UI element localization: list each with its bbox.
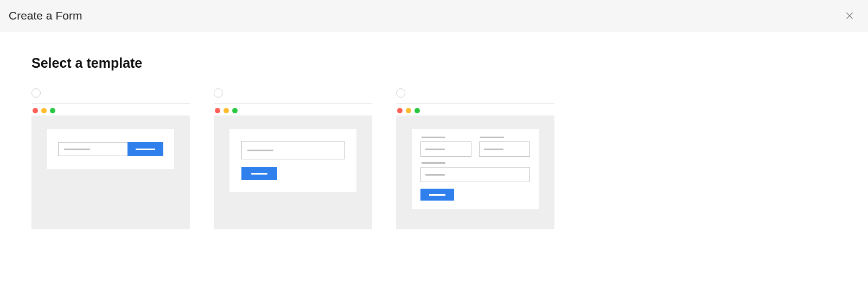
thumbnail-card (47, 129, 174, 169)
template-radio-row (31, 88, 190, 104)
template-option-stacked[interactable] (214, 88, 372, 229)
thumbnail-label-bar (422, 137, 445, 138)
thumbnail-button (420, 189, 454, 201)
traffic-dot-yellow-icon (224, 108, 229, 113)
template-thumbnail (214, 115, 372, 229)
thumbnail-card (229, 129, 356, 192)
template-option-inline[interactable] (31, 88, 190, 229)
modal-content: Select a template (0, 31, 868, 253)
template-thumbnail (31, 115, 190, 229)
thumbnail-button (127, 142, 163, 156)
button-label-bar (251, 173, 267, 175)
button-label-bar (136, 149, 155, 150)
traffic-dot-green-icon (232, 108, 238, 113)
window-traffic-lights (31, 108, 190, 113)
thumbnail-input (420, 167, 530, 182)
thumbnail-field-group (479, 137, 530, 157)
placeholder-bar (64, 149, 90, 150)
modal-header: Create a Form (0, 0, 868, 31)
window-traffic-lights (396, 108, 554, 113)
traffic-dot-green-icon (414, 108, 420, 113)
modal-title: Create a Form (9, 9, 82, 22)
placeholder-bar (425, 149, 445, 150)
traffic-dot-red-icon (215, 108, 220, 113)
placeholder-bar (484, 149, 503, 150)
close-button[interactable] (842, 8, 857, 23)
traffic-dot-red-icon (397, 108, 403, 113)
traffic-dot-red-icon (33, 108, 38, 113)
template-radio-row (396, 88, 554, 104)
thumbnail-field-group (420, 137, 471, 157)
traffic-dot-yellow-icon (406, 108, 411, 113)
thumbnail-label-bar (422, 162, 445, 164)
thumbnail-card (412, 129, 539, 209)
traffic-dot-yellow-icon (41, 108, 47, 113)
placeholder-bar (247, 150, 273, 151)
template-radio-row (214, 88, 372, 104)
section-title: Select a template (31, 55, 837, 71)
radio-button[interactable] (31, 88, 41, 98)
thumbnail-input (58, 142, 127, 156)
placeholder-bar (425, 174, 445, 176)
template-option-multifield[interactable] (396, 88, 554, 229)
thumbnail-two-column (420, 137, 530, 157)
button-label-bar (429, 194, 445, 196)
thumbnail-field-group (420, 162, 530, 182)
thumbnail-input (241, 141, 344, 159)
radio-button[interactable] (214, 88, 223, 98)
thumbnail-button (241, 167, 277, 180)
thumbnail-input (479, 142, 530, 157)
radio-button[interactable] (396, 88, 405, 98)
template-thumbnail (396, 115, 554, 229)
window-traffic-lights (214, 108, 372, 113)
thumbnail-label-bar (480, 137, 504, 138)
thumbnail-inline-row (58, 142, 163, 156)
traffic-dot-green-icon (50, 108, 55, 113)
thumbnail-input (420, 142, 471, 157)
templates-row (31, 88, 837, 229)
close-icon (845, 11, 854, 21)
